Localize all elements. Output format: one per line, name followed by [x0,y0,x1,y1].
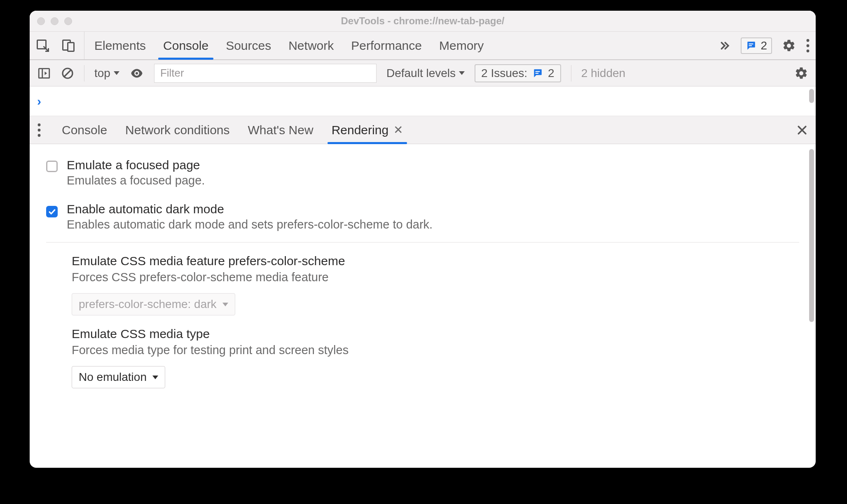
log-levels-label: Default levels [386,67,456,80]
log-levels-selector[interactable]: Default levels [386,67,465,80]
group-label: Emulate CSS media type [72,327,799,341]
scrollbar[interactable] [809,149,814,322]
issues-button[interactable]: 2 Issues: 2 [475,64,561,82]
divider [46,242,799,243]
option-emulate-focused-page: Emulate a focused page Emulates a focuse… [46,152,799,196]
checkbox-auto-dark-mode[interactable] [46,205,58,231]
svg-rect-2 [68,42,74,51]
tab-network[interactable]: Network [288,32,334,59]
titlebar: DevTools - chrome://new-tab-page/ [30,11,816,31]
option-auto-dark-mode: Enable automatic dark mode Enables autom… [46,196,799,240]
console-settings-icon[interactable] [794,66,808,80]
tab-console[interactable]: Console [163,32,208,59]
caret-down-icon [459,71,465,75]
svg-rect-8 [39,68,49,78]
group-label: Emulate CSS media feature prefers-color-… [72,254,799,268]
tab-elements[interactable]: Elements [94,32,146,59]
svg-point-15 [38,134,41,137]
svg-point-6 [807,44,810,47]
drawer-kebab-icon[interactable] [37,116,41,144]
tab-performance[interactable]: Performance [351,32,422,59]
drawer-close-icon[interactable] [796,116,808,144]
group-desc: Forces media type for testing print and … [72,343,799,357]
drawer-tab-console[interactable]: Console [62,116,107,144]
context-label: top [94,67,110,80]
chat-icon [746,40,756,51]
option-label: Emulate a focused page [67,158,205,172]
caret-down-icon [222,303,228,306]
group-desc: Forces CSS prefers-color-scheme media fe… [72,271,799,284]
hidden-count-label[interactable]: 2 hidden [581,67,625,80]
select-value: prefers-color-scheme: dark [79,298,217,311]
kebab-menu-icon[interactable] [806,39,810,53]
svg-point-5 [807,39,810,42]
chat-icon [532,68,543,79]
checkbox-emulate-focused-page[interactable] [46,161,58,187]
live-expression-icon[interactable] [129,66,144,81]
drawer-tab-rendering-label: Rendering [332,123,388,137]
select-media-type[interactable]: No emulation [72,366,165,388]
inspect-element-icon[interactable] [35,38,50,53]
drawer-tab-network-conditions[interactable]: Network conditions [125,116,229,144]
svg-rect-12 [536,72,539,73]
svg-point-14 [38,128,41,131]
issues-label: 2 Issues: [481,67,527,80]
caret-down-icon [152,376,158,379]
svg-point-7 [807,49,810,52]
rendering-panel: Emulate a focused page Emulates a focuse… [30,144,816,468]
svg-rect-3 [749,43,753,44]
messages-badge[interactable]: 2 [741,37,772,54]
clear-console-icon[interactable] [61,67,74,80]
tab-memory[interactable]: Memory [439,32,484,59]
device-toolbar-icon[interactable] [61,38,76,53]
drawer-tab-whats-new[interactable]: What's New [248,116,314,144]
svg-point-13 [38,123,41,126]
console-toolbar: top Default levels 2 Issues: 2 2 hidden [30,60,816,86]
svg-rect-4 [749,45,752,46]
tab-sources[interactable]: Sources [226,32,271,59]
main-toolbar: Elements Console Sources Network Perform… [30,31,816,60]
chevron-right-icon: › [37,94,41,108]
window-title: DevTools - chrome://new-tab-page/ [30,15,816,27]
group-media-type: Emulate CSS media type Forces media type… [46,324,799,397]
select-prefers-color-scheme[interactable]: prefers-color-scheme: dark [72,293,235,315]
close-icon[interactable]: ✕ [393,123,403,137]
drawer-tab-rendering[interactable]: Rendering ✕ [332,116,403,144]
option-desc: Emulates a focused page. [67,174,205,187]
option-label: Enable automatic dark mode [67,202,433,216]
messages-badge-count: 2 [760,39,767,52]
devtools-window: DevTools - chrome://new-tab-page/ Elemen… [30,11,816,468]
issues-count: 2 [548,67,555,80]
svg-point-10 [136,72,138,75]
svg-rect-11 [536,71,540,72]
caret-down-icon [114,71,119,75]
more-tabs-icon[interactable] [718,40,731,52]
filter-input[interactable] [154,64,377,83]
toggle-sidebar-icon[interactable] [37,66,51,80]
drawer-tabs: Console Network conditions What's New Re… [30,116,816,144]
group-prefers-color-scheme: Emulate CSS media feature prefers-color-… [46,252,799,324]
settings-icon[interactable] [782,39,796,53]
context-selector[interactable]: top [94,67,119,80]
select-value: No emulation [79,371,147,384]
scrollbar[interactable] [809,89,814,103]
option-desc: Enables automatic dark mode and sets pre… [67,218,433,231]
main-tabs: Elements Console Sources Network Perform… [94,32,484,59]
console-prompt[interactable]: › [30,86,816,116]
